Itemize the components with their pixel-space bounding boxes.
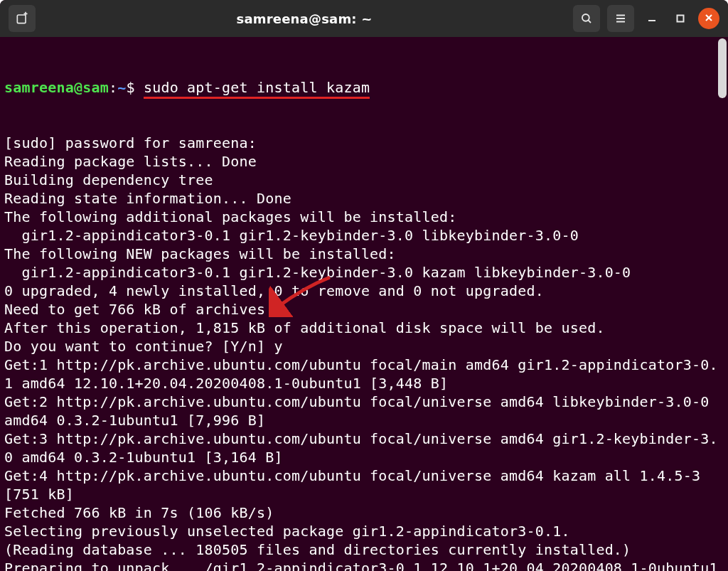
terminal-output: [sudo] password for samreena:Reading pac… bbox=[4, 134, 721, 571]
terminal-line: Building dependency tree bbox=[4, 171, 721, 189]
new-tab-icon bbox=[15, 11, 29, 26]
minimize-icon bbox=[647, 14, 657, 23]
minimize-button[interactable] bbox=[641, 8, 663, 29]
svg-point-3 bbox=[582, 14, 589, 21]
terminal-line: Selecting previously unselected package … bbox=[4, 522, 721, 540]
search-icon bbox=[580, 12, 593, 25]
svg-line-4 bbox=[588, 20, 591, 23]
prompt-at: @ bbox=[74, 79, 82, 96]
maximize-button[interactable] bbox=[670, 8, 691, 29]
close-button[interactable] bbox=[698, 8, 719, 29]
prompt-path: ~ bbox=[117, 79, 126, 96]
terminal-line: gir1.2-appindicator3-0.1 gir1.2-keybinde… bbox=[4, 263, 721, 282]
maximize-icon bbox=[675, 14, 685, 23]
terminal-line: gir1.2-appindicator3-0.1 gir1.2-keybinde… bbox=[4, 226, 721, 245]
menu-button[interactable] bbox=[607, 5, 634, 32]
prompt-user: samreena bbox=[4, 79, 74, 96]
window-controls bbox=[641, 8, 719, 29]
svg-rect-9 bbox=[678, 16, 684, 22]
close-icon bbox=[704, 12, 714, 26]
terminal-line: The following additional packages will b… bbox=[4, 208, 721, 226]
terminal-line: Get:3 http://pk.archive.ubuntu.com/ubunt… bbox=[4, 429, 721, 466]
terminal-line: After this operation, 1,815 kB of additi… bbox=[4, 319, 721, 337]
new-tab-button[interactable] bbox=[9, 5, 36, 32]
prompt-line: samreena@sam:~$ sudo apt-get install kaz… bbox=[4, 78, 721, 97]
prompt-dollar: $ bbox=[126, 79, 143, 96]
scrollbar-thumb[interactable] bbox=[718, 38, 727, 98]
terminal-line: Reading state information... Done bbox=[4, 189, 721, 208]
terminal-line: Fetched 766 kB in 7s (106 kB/s) bbox=[4, 503, 721, 522]
terminal-line: The following NEW packages will be insta… bbox=[4, 245, 721, 263]
terminal-line: [sudo] password for samreena: bbox=[4, 134, 721, 152]
command-text: sudo apt-get install kazam bbox=[144, 79, 370, 99]
terminal-viewport[interactable]: samreena@sam:~$ sudo apt-get install kaz… bbox=[0, 37, 728, 571]
prompt-colon: : bbox=[109, 79, 117, 96]
terminal-line: Get:1 http://pk.archive.ubuntu.com/ubunt… bbox=[4, 356, 721, 393]
terminal-line: Preparing to unpack .../gir1.2-appindica… bbox=[4, 559, 721, 571]
titlebar: samreena@sam: ~ bbox=[0, 0, 728, 37]
terminal-line: Get:4 http://pk.archive.ubuntu.com/ubunt… bbox=[4, 466, 721, 503]
svg-rect-8 bbox=[648, 20, 655, 21]
svg-rect-0 bbox=[17, 15, 26, 23]
search-button[interactable] bbox=[573, 5, 600, 32]
prompt-host: sam bbox=[82, 79, 109, 96]
window-title: samreena@sam: ~ bbox=[43, 11, 566, 26]
hamburger-menu-icon bbox=[614, 12, 627, 25]
terminal-line: Get:2 http://pk.archive.ubuntu.com/ubunt… bbox=[4, 393, 721, 429]
terminal-window: samreena@sam: ~ bbox=[0, 0, 728, 571]
terminal-line: Do you want to continue? [Y/n] y bbox=[4, 337, 721, 356]
terminal-line: 0 upgraded, 4 newly installed, 0 to remo… bbox=[4, 282, 721, 300]
terminal-line: (Reading database ... 180505 files and d… bbox=[4, 540, 721, 559]
terminal-line: Reading package lists... Done bbox=[4, 152, 721, 171]
terminal-line: Need to get 766 kB of archives. bbox=[4, 300, 721, 319]
scrollbar-track[interactable] bbox=[718, 37, 727, 571]
